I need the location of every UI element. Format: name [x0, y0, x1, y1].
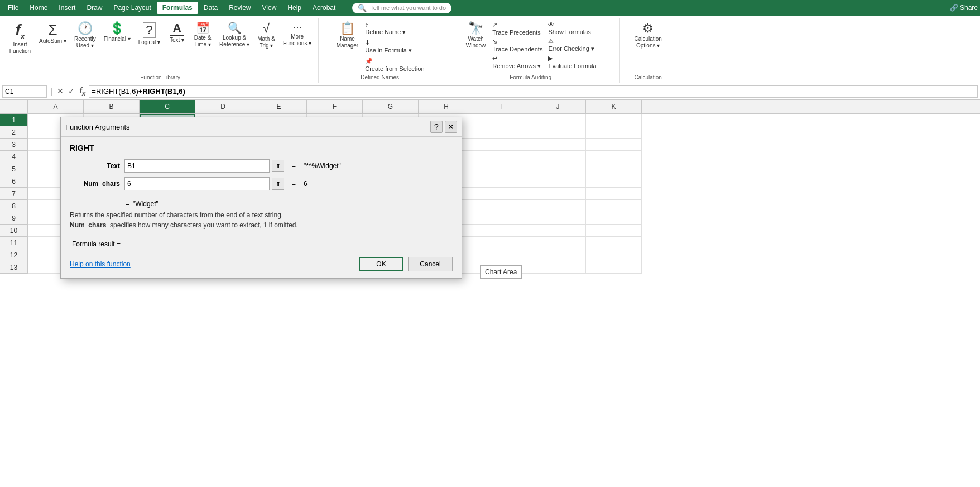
- cell-I1[interactable]: [474, 114, 530, 126]
- col-header-F[interactable]: F: [307, 100, 363, 113]
- text-field-collapse-btn[interactable]: ⬆: [272, 160, 284, 172]
- cell-I6[interactable]: [474, 175, 530, 188]
- text-field-input[interactable]: [124, 159, 270, 173]
- row-header-4[interactable]: 4: [0, 151, 28, 163]
- cell-I3[interactable]: [474, 139, 530, 151]
- dialog-help-link[interactable]: Help on this function: [70, 260, 131, 268]
- cell-I5[interactable]: [474, 163, 530, 175]
- dialog-cancel-button[interactable]: Cancel: [408, 257, 453, 271]
- recently-used-button[interactable]: 🕐 RecentlyUsed ▾: [71, 20, 99, 51]
- create-from-selection-button[interactable]: 📌 Create from Selection: [363, 56, 426, 73]
- col-header-G[interactable]: G: [363, 100, 419, 113]
- col-header-I[interactable]: I: [474, 100, 530, 113]
- cell-K9[interactable]: [586, 212, 642, 225]
- error-checking-button[interactable]: ⚠ Error Checking ▾: [546, 36, 598, 54]
- logical-button[interactable]: ? Logical ▾: [135, 20, 164, 48]
- row-header-3[interactable]: 3: [0, 139, 28, 151]
- menu-help[interactable]: Help: [282, 2, 307, 14]
- dialog-close-button[interactable]: ✕: [445, 121, 457, 133]
- insert-function-bar-icon[interactable]: fx: [78, 85, 87, 98]
- col-header-B[interactable]: B: [84, 100, 140, 113]
- row-header-8[interactable]: 8: [0, 200, 28, 212]
- cell-J10[interactable]: [530, 225, 586, 237]
- col-header-J[interactable]: J: [530, 100, 586, 113]
- lookup-reference-button[interactable]: 🔍 Lookup &Reference ▾: [216, 20, 253, 50]
- text-button[interactable]: A Text ▾: [165, 20, 189, 46]
- date-time-button[interactable]: 📅 Date &Time ▾: [190, 20, 215, 50]
- cell-reference-box[interactable]: C1: [2, 85, 47, 98]
- cell-J13[interactable]: [530, 261, 586, 274]
- cell-I8[interactable]: [474, 200, 530, 212]
- col-header-D[interactable]: D: [195, 100, 251, 113]
- menu-insert[interactable]: Insert: [53, 2, 81, 14]
- cell-I9[interactable]: [474, 212, 530, 225]
- col-header-K[interactable]: K: [586, 100, 642, 113]
- menu-page-layout[interactable]: Page Layout: [108, 2, 156, 14]
- cell-J11[interactable]: [530, 237, 586, 249]
- share-button[interactable]: 🔗 Share: [950, 4, 978, 12]
- row-header-9[interactable]: 9: [0, 212, 28, 225]
- col-header-C[interactable]: C: [140, 100, 195, 113]
- cell-K3[interactable]: [586, 139, 642, 151]
- cell-J6[interactable]: [530, 175, 586, 188]
- menu-formulas[interactable]: Formulas: [157, 2, 198, 14]
- dialog-ok-button[interactable]: OK: [359, 257, 403, 271]
- autosum-button[interactable]: Σ AutoSum ▾: [36, 20, 70, 47]
- cell-J8[interactable]: [530, 200, 586, 212]
- menu-view[interactable]: View: [257, 2, 282, 14]
- cell-K2[interactable]: [586, 126, 642, 139]
- row-header-10[interactable]: 10: [0, 225, 28, 237]
- more-functions-button[interactable]: ⋯ MoreFunctions ▾: [280, 20, 315, 49]
- row-header-2[interactable]: 2: [0, 126, 28, 139]
- cell-K8[interactable]: [586, 200, 642, 212]
- row-header-1[interactable]: 1: [0, 114, 28, 126]
- remove-arrows-button[interactable]: ↩ Remove Arrows ▾: [490, 54, 545, 71]
- show-formulas-button[interactable]: 👁 Show Formulas: [546, 20, 598, 36]
- menu-acrobat[interactable]: Acrobat: [307, 2, 341, 14]
- cell-J9[interactable]: [530, 212, 586, 225]
- formula-input[interactable]: =RIGHT(B1,6)+RIGHT(B1,6): [89, 85, 978, 98]
- math-trig-button[interactable]: √ Math &Trig ▾: [254, 20, 278, 51]
- menu-home[interactable]: Home: [24, 2, 53, 14]
- col-header-H[interactable]: H: [419, 100, 474, 113]
- use-in-formula-button[interactable]: ⬇ Use in Formula ▾: [363, 38, 426, 55]
- cell-I2[interactable]: [474, 126, 530, 139]
- evaluate-formula-button[interactable]: ▶ Evaluate Formula: [546, 54, 598, 70]
- trace-dependents-button[interactable]: ↘ Trace Dependents: [490, 37, 545, 54]
- cell-K5[interactable]: [586, 163, 642, 175]
- cell-K13[interactable]: [586, 261, 642, 274]
- cell-K4[interactable]: [586, 151, 642, 163]
- cell-K7[interactable]: [586, 188, 642, 200]
- numchars-field-collapse-btn[interactable]: ⬆: [272, 178, 284, 190]
- cell-K1[interactable]: [586, 114, 642, 126]
- cell-I7[interactable]: [474, 188, 530, 200]
- cell-K11[interactable]: [586, 237, 642, 249]
- confirm-formula-icon[interactable]: ✓: [67, 85, 76, 97]
- cell-J7[interactable]: [530, 188, 586, 200]
- name-manager-button[interactable]: 📋 NameManager: [333, 20, 362, 51]
- cell-I12[interactable]: [474, 249, 530, 261]
- cell-K6[interactable]: [586, 175, 642, 188]
- menu-file[interactable]: File: [2, 2, 24, 14]
- row-header-7[interactable]: 7: [0, 188, 28, 200]
- col-header-E[interactable]: E: [251, 100, 307, 113]
- col-header-A[interactable]: A: [28, 100, 84, 113]
- cell-K12[interactable]: [586, 249, 642, 261]
- calculation-options-button[interactable]: ⚙ CalculationOptions ▾: [631, 20, 665, 51]
- cancel-formula-icon[interactable]: ✕: [56, 85, 65, 97]
- cell-J12[interactable]: [530, 249, 586, 261]
- numchars-field-input[interactable]: [124, 177, 270, 190]
- cell-J1[interactable]: [530, 114, 586, 126]
- row-header-6[interactable]: 6: [0, 175, 28, 188]
- row-header-11[interactable]: 11: [0, 237, 28, 249]
- define-name-button[interactable]: 🏷 Define Name ▾: [363, 20, 426, 37]
- cell-J5[interactable]: [530, 163, 586, 175]
- cell-J2[interactable]: [530, 126, 586, 139]
- cell-J4[interactable]: [530, 151, 586, 163]
- menu-review[interactable]: Review: [223, 2, 256, 14]
- menu-data[interactable]: Data: [198, 2, 223, 14]
- row-header-5[interactable]: 5: [0, 163, 28, 175]
- trace-precedents-button[interactable]: ↗ Trace Precedents: [490, 20, 545, 37]
- cell-I4[interactable]: [474, 151, 530, 163]
- menu-draw[interactable]: Draw: [81, 2, 108, 14]
